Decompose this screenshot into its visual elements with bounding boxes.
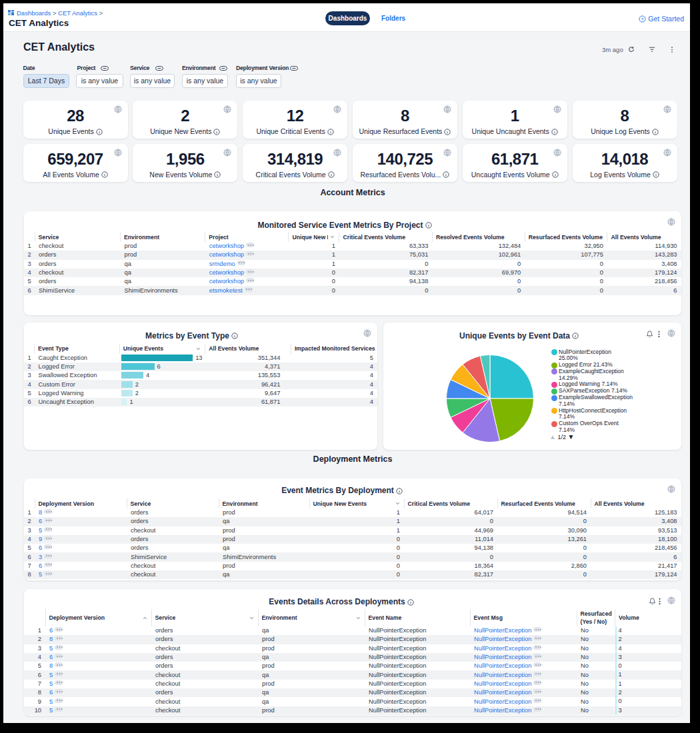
svg-text:?: ? <box>641 17 644 21</box>
